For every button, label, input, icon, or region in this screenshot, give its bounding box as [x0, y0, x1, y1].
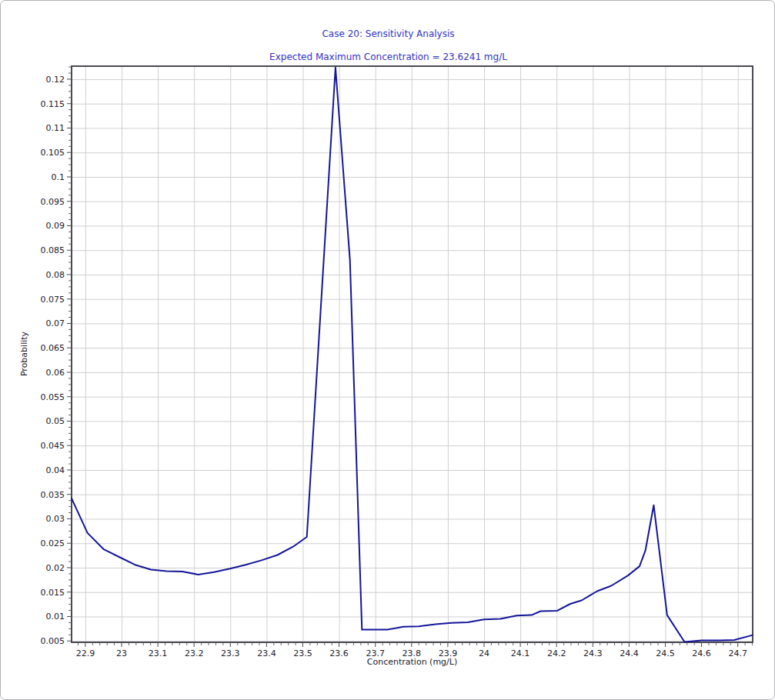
y-tick-label: 0.085: [41, 245, 65, 255]
x-axis-label: Concentration (mg/L): [72, 657, 753, 667]
y-tick-label: 0.065: [41, 343, 65, 353]
chart-window: Case 20: Sensitivity Analysis Expected M…: [0, 0, 775, 700]
y-axis-label-text: Probability: [19, 332, 29, 376]
y-tick-label: 0.005: [41, 636, 65, 646]
chart-canvas: 22.92323.123.223.323.423.523.623.723.823…: [1, 1, 775, 700]
y-tick-label: 0.115: [41, 99, 65, 109]
y-tick-label: 0.12: [46, 75, 65, 85]
y-tick-label: 0.01: [46, 612, 65, 622]
y-tick-label: 0.055: [41, 392, 65, 402]
y-tick-label: 0.095: [41, 197, 65, 207]
y-tick-label: 0.07: [46, 318, 65, 328]
y-tick-label: 0.11: [46, 123, 65, 133]
y-tick-label: 0.045: [41, 441, 65, 451]
y-tick-label: 0.04: [46, 465, 65, 475]
y-tick-label: 0.08: [46, 270, 65, 280]
y-tick-label: 0.03: [46, 514, 65, 524]
y-tick-label: 0.035: [41, 490, 65, 500]
y-tick-label: 0.025: [41, 538, 65, 548]
y-tick-label: 0.105: [41, 148, 65, 158]
y-tick-label: 0.05: [46, 416, 65, 426]
y-tick-label: 0.02: [46, 563, 65, 573]
y-tick-label: 0.015: [41, 588, 65, 598]
y-tick-label: 0.06: [46, 368, 65, 378]
y-tick-label: 0.075: [41, 295, 65, 305]
y-tick-label: 0.09: [46, 221, 65, 231]
y-tick-label: 0.1: [52, 172, 65, 182]
